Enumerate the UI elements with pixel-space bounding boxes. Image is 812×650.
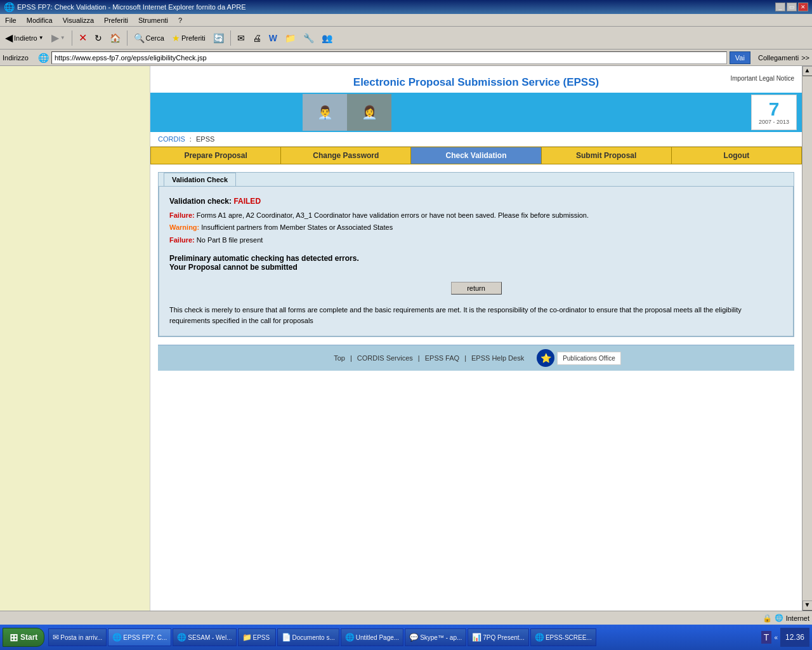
disclaimer: This check is merely to ensure that all … (169, 305, 783, 326)
mail-icon: ✉ (237, 33, 245, 43)
return-button[interactable]: return (451, 282, 502, 295)
summary-line-2: Your Proposal cannot be submitted (169, 263, 783, 272)
validation-tab[interactable]: Validation Check (164, 173, 236, 186)
blue-banner: 👨‍💼 👩‍💼 7 2007 - 2013 (150, 93, 802, 132)
back-dropdown-icon[interactable]: ▼ (39, 35, 44, 41)
search-icon: 🔍 (134, 33, 145, 43)
go-button[interactable]: Vai (730, 51, 750, 64)
refresh-button[interactable]: ↻ (92, 32, 105, 44)
close-button[interactable]: ✕ (798, 3, 808, 11)
favorites-label: Preferiti (181, 34, 206, 42)
menu-visualizza[interactable]: Visualizza (60, 16, 96, 25)
star-icon: ★ (172, 33, 180, 43)
ie-logo-icon: 🌐 (4, 2, 15, 12)
search-button[interactable]: 🔍 Cerca (131, 32, 167, 44)
page-footer: Top | CORDIS Services | EPSS FAQ | EPSS … (158, 345, 794, 371)
nav-change-password[interactable]: Change Password (281, 147, 411, 164)
forward-button[interactable]: ▶ ▼ (49, 30, 68, 45)
mail-button[interactable]: ✉ (235, 32, 247, 44)
toolbar: ◀ Indietro ▼ ▶ ▼ ✕ ↻ 🏠 🔍 Cerca ★ Preferi… (0, 27, 812, 50)
minimize-button[interactable]: _ (775, 3, 785, 11)
footer-sep2: | (418, 354, 420, 362)
scroll-up-button[interactable]: ▲ (802, 66, 813, 76)
addressbar: Indirizzo 🌐 Vai Collegamenti >> (0, 50, 812, 66)
address-input[interactable] (51, 51, 727, 64)
breadcrumb-epss: EPSS (196, 135, 214, 143)
warning-text: Insufficient partners from Member States… (201, 223, 393, 231)
forward-dropdown-icon[interactable]: ▼ (60, 35, 65, 41)
failure-1: Failure: Forms A1 apre, A2 Coordinator, … (169, 211, 783, 220)
users-button[interactable]: 👥 (319, 32, 335, 44)
address-label: Indirizzo (3, 54, 36, 62)
media-button[interactable]: 🔄 (211, 32, 226, 44)
favorites-button[interactable]: ★ Preferiti (169, 32, 208, 44)
nav-logout[interactable]: Logout (672, 147, 801, 164)
breadcrumb-separator: : (190, 135, 192, 143)
media-icon: 🔄 (213, 33, 224, 43)
failure-2: Failure: No Part B file present (169, 235, 783, 245)
links-label: Collegamenti (758, 54, 799, 62)
scroll-down-button[interactable]: ▼ (802, 600, 813, 611)
home-icon: 🏠 (110, 33, 121, 43)
navbar: Prepare Proposal Change Password Check V… (150, 147, 802, 164)
failure-2-text: No Part B file present (197, 236, 263, 244)
menu-strumenti[interactable]: Strumenti (136, 16, 171, 25)
restore-button[interactable]: ▭ (787, 3, 797, 11)
content-area: Electronic Proposal Submission Service (… (150, 66, 802, 611)
tools-icon: 🔧 (303, 33, 314, 43)
forward-icon: ▶ (51, 32, 59, 44)
address-icon: 🌐 (38, 53, 49, 63)
toolbar-separator-1 (72, 30, 72, 46)
failure-2-label: Failure: (169, 236, 197, 244)
breadcrumb-cordis[interactable]: CORDIS (158, 135, 185, 143)
pub-office: Publications Office (557, 352, 621, 365)
summary-line-1: Preliminary automatic checking has detec… (169, 254, 783, 263)
nav-check-validation[interactable]: Check Validation (411, 147, 541, 164)
footer-sep3: | (464, 354, 466, 362)
menu-preferiti[interactable]: Preferiti (102, 16, 131, 25)
titlebar: 🌐 EPSS FP7: Check Validation - Microsoft… (0, 0, 812, 14)
home-button[interactable]: 🏠 (107, 32, 123, 44)
validation-summary: Preliminary automatic checking has detec… (169, 254, 783, 272)
validation-content: Validation check: FAILED Failure: Forms … (159, 186, 794, 336)
word-icon: W (269, 33, 277, 43)
stop-button[interactable]: ✕ (76, 30, 89, 45)
back-icon: ◀ (5, 32, 13, 44)
footer-epss-help-desk[interactable]: EPSS Help Desk (471, 354, 524, 362)
menu-modifica[interactable]: Modifica (24, 16, 55, 25)
titlebar-controls[interactable]: _ ▭ ✕ (775, 3, 808, 11)
toolbar-separator-3 (230, 30, 231, 46)
validation-status-value: FAILED (233, 197, 261, 206)
footer-top[interactable]: Top (334, 354, 345, 362)
failure-1-label: Failure: (169, 211, 197, 219)
folder-button[interactable]: 📁 (282, 32, 298, 44)
menu-help[interactable]: ? (176, 16, 185, 25)
tools-button[interactable]: 🔧 (301, 32, 317, 44)
word-button[interactable]: W (266, 32, 280, 44)
warning-label: Warning: (169, 223, 201, 231)
back-button[interactable]: ◀ Indietro ▼ (3, 30, 46, 45)
toolbar-separator-2 (127, 30, 128, 46)
footer-epss-faq[interactable]: EPSS FAQ (425, 354, 459, 362)
footer-sep1: | (350, 354, 352, 362)
stop-icon: ✕ (79, 32, 87, 44)
nav-submit-proposal[interactable]: Submit Proposal (542, 147, 672, 164)
validation-status-prefix: Validation check: (169, 197, 233, 206)
left-sidebar (0, 66, 150, 611)
fp7-years: 2007 - 2013 (759, 119, 789, 125)
fp7-number: 7 (769, 100, 780, 119)
nav-prepare-proposal[interactable]: Prepare Proposal (151, 147, 281, 164)
footer-cordis-services[interactable]: CORDIS Services (357, 354, 413, 362)
menu-file[interactable]: File (3, 16, 19, 25)
epss-header: Electronic Proposal Submission Service (… (150, 66, 802, 132)
warning-1: Warning: Insufficient partners from Memb… (169, 223, 783, 232)
expand-icon[interactable]: >> (801, 54, 809, 62)
print-icon: 🖨 (252, 33, 261, 43)
print-button[interactable]: 🖨 (250, 32, 264, 44)
legal-notice[interactable]: Important Legal Notice (635, 75, 794, 82)
scrollbar[interactable]: ▲ ▼ (802, 66, 812, 611)
main-area: Electronic Proposal Submission Service (… (0, 66, 812, 611)
fp7-logo: 7 2007 - 2013 (751, 95, 797, 130)
titlebar-left: 🌐 EPSS FP7: Check Validation - Microsoft… (4, 2, 246, 12)
back-label: Indietro (14, 34, 37, 42)
